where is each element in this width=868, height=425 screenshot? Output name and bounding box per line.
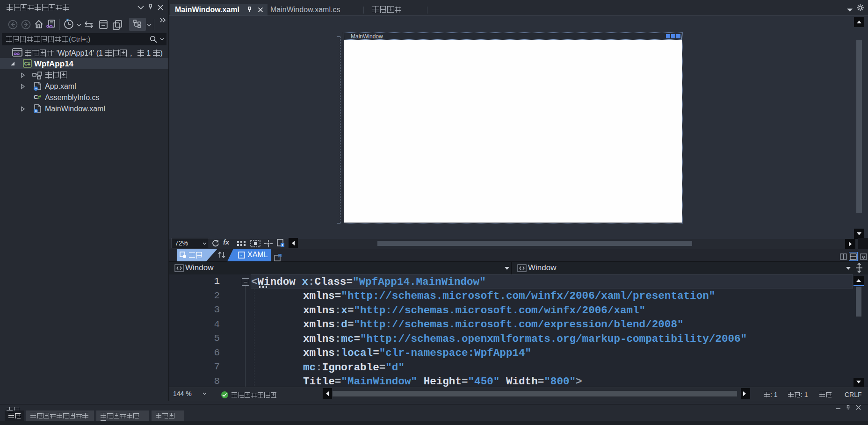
svg-text:‹›: ‹› — [35, 109, 37, 113]
svg-text:‹›: ‹› — [35, 87, 37, 90]
svg-text:C#: C# — [24, 61, 31, 66]
svg-text:#: # — [38, 94, 41, 101]
svg-text:«: « — [240, 253, 243, 258]
